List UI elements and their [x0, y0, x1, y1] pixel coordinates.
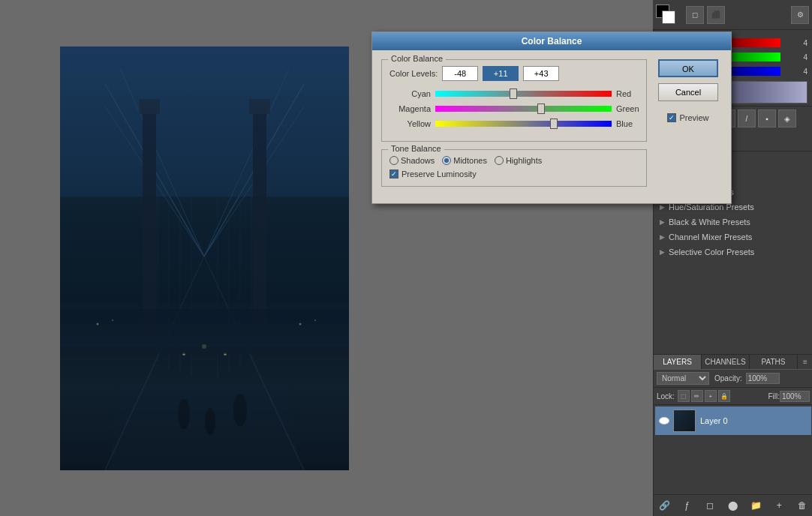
link-layers-btn[interactable]: 🔗	[657, 498, 672, 513]
lock-all-btn[interactable]: 🔒	[718, 390, 730, 402]
tool-btn-5[interactable]: /	[738, 110, 756, 128]
preset-channel-mixer[interactable]: ▶ Channel Mixer Presets	[654, 230, 812, 244]
preset-hue-sat-arrow: ▶	[660, 203, 665, 211]
mask-icon[interactable]: ◻	[686, 6, 704, 24]
preset-channel-mixer-arrow: ▶	[660, 233, 665, 241]
svg-point-23	[178, 399, 190, 429]
layer-mask-btn[interactable]: ◻	[702, 498, 717, 513]
dialog-body: Color Balance Color Levels: Cyan Red	[372, 50, 731, 203]
tool-btn-6[interactable]: ▪	[758, 110, 776, 128]
shadows-radio-circle	[389, 156, 398, 165]
yellow-blue-row: Yellow Blue	[389, 118, 639, 129]
cyan-red-thumb[interactable]	[510, 88, 517, 99]
svg-rect-13	[253, 106, 266, 332]
new-layer-btn[interactable]: +	[771, 498, 786, 513]
preview-checkbox[interactable]: ✓	[667, 113, 676, 122]
layer-style-btn[interactable]: ƒ	[680, 498, 695, 513]
yellow-blue-thumb[interactable]	[550, 118, 558, 129]
adjustment-icon[interactable]: ⬛	[707, 6, 725, 24]
layers-panel: Normal Opacity: Lock: ⬚ ✏ + 🔒 Fill: Laye…	[654, 370, 812, 516]
yellow-label: Yellow	[389, 119, 431, 128]
svg-rect-11	[143, 106, 156, 332]
color-balance-group-label: Color Balance	[388, 54, 446, 63]
blue-label: Blue	[616, 119, 639, 128]
fill-input[interactable]	[780, 391, 810, 402]
panel-settings-icon[interactable]: ⚙	[791, 6, 809, 24]
svg-point-24	[205, 408, 215, 435]
preserve-luminosity-checkbox[interactable]: ✓	[389, 170, 398, 178]
fill-label: Fill:	[768, 392, 780, 400]
cyan-red-row: Cyan Red	[389, 88, 639, 99]
panel-bottom-icons: 🔗 ƒ ◻ ⬤ 📁 + 🗑	[654, 494, 812, 516]
cyan-red-slider[interactable]	[435, 88, 612, 99]
color-levels-label: Color Levels:	[389, 69, 438, 78]
ok-button[interactable]: OK	[658, 59, 718, 77]
svg-rect-12	[139, 99, 160, 114]
cyan-label: Cyan	[389, 89, 431, 98]
lock-paint-btn[interactable]: ✏	[691, 390, 703, 402]
dialog-left: Color Balance Color Levels: Cyan Red	[381, 59, 647, 194]
panel-menu-btn[interactable]: ≡	[798, 355, 812, 369]
preset-selective-color[interactable]: ▶ Selective Color Presets	[654, 244, 812, 260]
level1-input[interactable]	[442, 66, 478, 81]
color-swatches	[656, 4, 677, 26]
midtones-radio-dot	[444, 158, 449, 163]
channel-r-value: 4	[795, 39, 807, 47]
magenta-green-track	[435, 106, 612, 112]
preset-bw[interactable]: ▶ Black & White Presets	[654, 214, 812, 230]
level2-input[interactable]	[483, 66, 519, 81]
magenta-green-row: Magenta Green	[389, 104, 639, 114]
preset-selective-color-label: Selective Color Presets	[669, 248, 754, 256]
color-balance-dialog: Color Balance Color Balance Color Levels…	[371, 32, 732, 204]
group-layers-btn[interactable]: 📁	[749, 498, 764, 513]
svg-rect-29	[60, 309, 349, 354]
layer-thumbnail	[673, 410, 696, 432]
layer-row[interactable]: Layer 0	[655, 406, 811, 435]
background-swatch[interactable]	[662, 10, 675, 24]
tab-paths[interactable]: PATHS	[750, 355, 798, 369]
eye-icon	[659, 417, 669, 424]
color-balance-group: Color Balance Color Levels: Cyan Red	[381, 59, 647, 142]
opacity-input[interactable]	[746, 373, 780, 384]
highlights-radio[interactable]: Highlights	[495, 156, 542, 165]
preview-row: ✓ Preview	[667, 113, 708, 122]
tabs-bar: LAYERS CHANNELS PATHS ≡	[654, 354, 812, 370]
level3-input[interactable]	[523, 66, 559, 81]
adjustment-layer-btn[interactable]: ⬤	[726, 498, 741, 513]
dialog-title: Color Balance	[522, 36, 582, 46]
midtones-radio-circle	[442, 156, 451, 165]
layer-visibility-toggle[interactable]	[658, 415, 670, 427]
magenta-green-thumb[interactable]	[537, 104, 545, 114]
tab-channels[interactable]: CHANNELS	[702, 355, 750, 369]
svg-marker-2	[109, 384, 300, 470]
preset-selective-color-arrow: ▶	[660, 248, 665, 256]
lock-move-btn[interactable]: +	[705, 390, 717, 402]
preset-bw-arrow: ▶	[660, 218, 665, 226]
preset-channel-mixer-label: Channel Mixer Presets	[669, 232, 752, 242]
lock-label: Lock:	[657, 392, 675, 400]
panel-menu-icons: ⚙	[789, 6, 809, 24]
dialog-buttons: OK Cancel ✓ Preview	[654, 59, 722, 194]
layers-blend-row: Normal Opacity:	[654, 370, 812, 388]
tab-paths-label: PATHS	[762, 358, 786, 366]
tone-balance-group-label: Tone Balance	[388, 144, 444, 153]
opacity-label: Opacity:	[714, 374, 742, 382]
bridge-svg	[60, 46, 349, 470]
tab-layers-label: LAYERS	[663, 358, 692, 366]
blend-mode-select[interactable]: Normal	[657, 372, 709, 385]
lock-transparency-btn[interactable]: ⬚	[678, 390, 690, 402]
svg-point-25	[233, 394, 247, 427]
delete-layer-btn[interactable]: 🗑	[795, 498, 810, 513]
svg-point-30	[97, 323, 99, 326]
preset-bw-label: Black & White Presets	[669, 218, 750, 226]
tool-btn-7[interactable]: ◈	[778, 110, 796, 128]
highlights-radio-circle	[495, 156, 504, 165]
cancel-button[interactable]: Cancel	[658, 83, 718, 101]
highlights-label: Highlights	[506, 156, 542, 165]
lock-icons: ⬚ ✏ + 🔒	[678, 390, 730, 402]
midtones-radio[interactable]: Midtones	[442, 156, 487, 165]
shadows-radio[interactable]: Shadows	[389, 156, 435, 165]
yellow-blue-slider[interactable]	[435, 118, 612, 129]
magenta-green-slider[interactable]	[435, 104, 612, 114]
tab-layers[interactable]: LAYERS	[654, 355, 702, 369]
